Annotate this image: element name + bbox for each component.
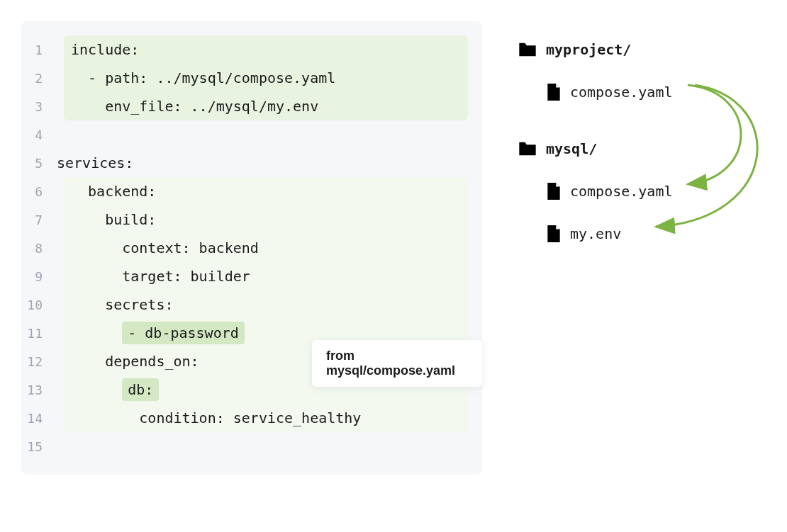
line-number: 10 <box>21 298 57 312</box>
folder-label: mysql/ <box>546 140 597 157</box>
file-compose-mysql: compose.yaml <box>518 170 766 213</box>
line-number: 12 <box>21 354 57 369</box>
line-number: 11 <box>21 326 57 341</box>
file-icon <box>546 225 562 243</box>
code-text: backend: <box>71 183 468 200</box>
line-number: 13 <box>21 383 57 397</box>
line-number: 14 <box>21 411 57 426</box>
file-myenv: my.env <box>518 213 766 255</box>
highlight-secret: - db-password <box>122 322 245 344</box>
line-number: 5 <box>21 156 57 171</box>
folder-mysql: mysql/ <box>518 128 766 170</box>
line-number: 1 <box>21 43 57 57</box>
file-label: my.env <box>570 225 621 242</box>
line-number: 9 <box>21 269 57 284</box>
line-number: 2 <box>21 71 57 86</box>
folder-myproject: myproject/ <box>518 28 766 71</box>
file-tree-panel: myproject/ compose.yaml mysql/ compose.y… <box>518 21 766 475</box>
code-text: services: <box>57 154 482 171</box>
code-line: 14 condition: service_healthy <box>64 404 468 432</box>
code-text: condition: service_healthy <box>71 409 468 426</box>
file-icon <box>546 182 562 200</box>
code-line: 4 <box>21 120 482 149</box>
code-line: 8 context: backend <box>64 234 468 262</box>
line-number: 6 <box>21 184 57 199</box>
code-line: 1 include: <box>64 35 468 64</box>
line-number: 15 <box>21 439 57 454</box>
folder-icon <box>518 41 537 58</box>
line-number: 7 <box>21 213 57 227</box>
code-line: 2 - path: ../mysql/compose.yaml <box>64 64 468 92</box>
code-text: build: <box>71 211 468 228</box>
code-text: include: <box>71 41 468 58</box>
code-text: env_file: ../mysql/my.env <box>71 98 468 115</box>
code-text: context: backend <box>71 239 468 256</box>
code-text: secrets: <box>71 296 468 313</box>
folder-icon <box>518 140 537 157</box>
source-tooltip: from mysql/compose.yaml <box>312 340 482 387</box>
file-icon <box>546 83 562 101</box>
code-line: 9 target: builder <box>64 262 468 290</box>
code-line: 6 backend: <box>64 177 468 205</box>
file-compose-myproject: compose.yaml <box>518 71 766 113</box>
code-line: 15 <box>21 432 482 460</box>
code-line: 7 build: <box>64 205 468 234</box>
code-text: target: builder <box>71 268 468 285</box>
code-line: 3 env_file: ../mysql/my.env <box>64 92 468 120</box>
file-label: compose.yaml <box>570 183 673 200</box>
line-number: 4 <box>21 128 57 142</box>
code-text: - path: ../mysql/compose.yaml <box>71 69 468 86</box>
code-line: 5 services: <box>21 149 482 177</box>
code-editor-panel: 1 include: 2 - path: ../mysql/compose.ya… <box>21 21 482 475</box>
line-number: 8 <box>21 241 57 256</box>
folder-label: myproject/ <box>546 41 631 58</box>
code-line: 10 secrets: <box>64 290 468 319</box>
highlight-db: db: <box>122 378 159 401</box>
line-number: 3 <box>21 99 57 114</box>
file-label: compose.yaml <box>570 84 673 101</box>
